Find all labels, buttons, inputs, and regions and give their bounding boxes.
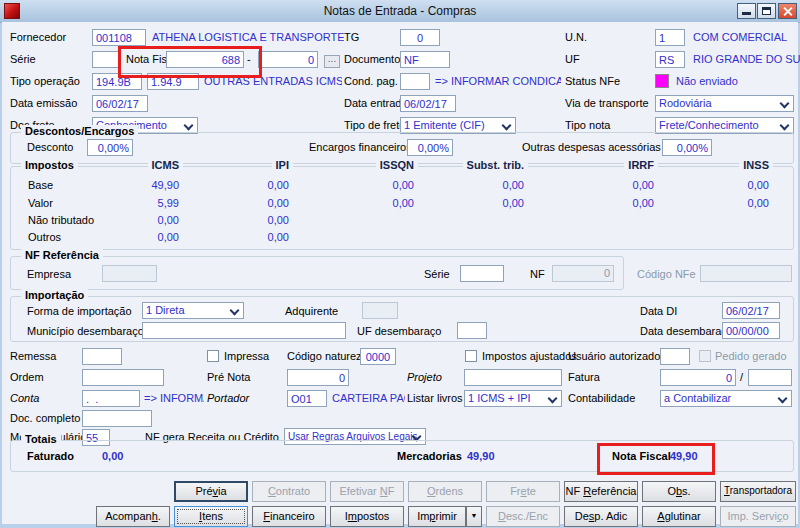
cond-pag-hint: => INFORMAR CONDICAO DE PA: [435, 75, 561, 87]
nf-referencia-button[interactable]: NF Referência: [564, 481, 638, 502]
tipo-frete-label: Tipo de frete: [344, 119, 405, 131]
ordens-button: Ordens: [408, 481, 482, 502]
tg-input[interactable]: [400, 29, 440, 46]
data-desembaraco-label: Data desembaraço: [640, 325, 733, 337]
impostos-row-valor: Valor 5,99 0,00 0,00 0,00 0,00 0,00: [11, 197, 793, 213]
data-desembaraco-input[interactable]: [722, 322, 780, 339]
chevron-down-icon: [230, 306, 240, 316]
uf-desembaraco-input[interactable]: [457, 322, 487, 339]
outras-despesas-input[interactable]: [662, 139, 712, 156]
projeto-label: Projeto: [407, 371, 442, 383]
status-nfe-value: Não enviado: [676, 75, 738, 87]
data-emissao-input[interactable]: [92, 95, 148, 112]
total-nota-fiscal-value: 49,90: [670, 450, 698, 462]
serie-input[interactable]: [92, 51, 120, 68]
desp-adic-button[interactable]: Desp. Adic: [564, 506, 638, 527]
adquirente-field: [362, 302, 398, 319]
portador-desc: CARTEIRA PAGAMI: [332, 392, 405, 404]
impressa-checkbox[interactable]: [207, 350, 219, 362]
fornecedor-input[interactable]: [92, 29, 146, 46]
codigo-natureza-input[interactable]: [360, 348, 396, 365]
title-bar: Notas de Entrada - Compras: [0, 0, 800, 23]
ordem-input[interactable]: [82, 369, 164, 386]
financeiro-button[interactable]: Financeiro: [252, 506, 326, 527]
minimize-button[interactable]: [737, 3, 756, 19]
contabilidade-select[interactable]: a Contabilizar: [660, 390, 792, 407]
imprimir-button[interactable]: Imprimir: [408, 506, 466, 527]
desconto-input[interactable]: [87, 139, 133, 156]
adquirente-label: Adquirente: [285, 305, 338, 317]
tipo-operacao-label: Tipo operação: [10, 75, 80, 87]
contrato-button: Contrato: [252, 481, 326, 502]
impostos-row-base: Base 49,90 0,00 0,00 0,00 0,00 0,00: [11, 179, 793, 195]
nfref-serie-input[interactable]: [460, 265, 504, 282]
municipio-desembaraco-input[interactable]: [142, 322, 346, 339]
codigo-natureza-label: Código natureza: [287, 350, 368, 362]
documento-input[interactable]: [400, 51, 450, 68]
impostos-row-outros: Outros 0,00 0,00: [11, 231, 793, 247]
transportadora-button[interactable]: Transportadora: [720, 481, 796, 502]
cond-pag-input[interactable]: [400, 73, 430, 90]
ordem-label: Ordem: [10, 371, 44, 383]
data-entrada-input[interactable]: [400, 95, 456, 112]
tipo-operacao-cfop-input[interactable]: [147, 73, 199, 90]
nota-fiscal-sub-input[interactable]: [258, 51, 318, 68]
mercadorias-label: Mercadorias: [397, 450, 462, 462]
chevron-down-icon: [548, 394, 558, 404]
nfref-empresa-label: Empresa: [27, 268, 71, 280]
imprimir-dropdown-button[interactable]: ▼: [466, 506, 482, 527]
obs-button[interactable]: Obs.: [642, 481, 716, 502]
uf-input[interactable]: [655, 51, 685, 68]
faturado-label: Faturado: [27, 450, 74, 462]
impostos-ajustados-label: Impostos ajustados: [482, 350, 577, 362]
remessa-input[interactable]: [82, 348, 122, 365]
conta-label: Conta: [10, 392, 39, 404]
uf-desembaraco-label: UF desembaraço: [357, 325, 441, 337]
impostos-button[interactable]: Impostos: [330, 506, 404, 527]
impostos-ajustados-checkbox[interactable]: [465, 350, 477, 362]
impostos-col-inss: INSS: [739, 159, 773, 171]
chevron-down-icon: [184, 121, 194, 131]
close-button[interactable]: [778, 3, 797, 19]
fatura-sub-input[interactable]: [748, 369, 792, 386]
remessa-label: Remessa: [10, 350, 56, 362]
cond-pag-label: Cond. pag.: [344, 75, 398, 87]
usuario-autorizado-label: Usuário autorizado: [568, 350, 660, 362]
fornecedor-name: ATHENA LOGISTICA E TRANSPORTES LTDA: [152, 31, 344, 43]
impostos-row-nao-tributado: Não tributado 0,00 0,00: [11, 214, 793, 230]
nota-fiscal-input[interactable]: [166, 51, 244, 68]
pre-nota-input[interactable]: [287, 369, 349, 386]
previa-button[interactable]: Prévia: [174, 481, 248, 502]
forma-importacao-select[interactable]: 1 Direta: [142, 302, 244, 319]
acompanh-button[interactable]: Acompanh.: [96, 506, 170, 527]
conta-input[interactable]: [82, 390, 140, 407]
via-transporte-select[interactable]: Rodoviária: [655, 95, 794, 112]
aglutinar-button[interactable]: Aglutinar: [642, 506, 716, 527]
maximize-button[interactable]: [757, 3, 776, 19]
doc-completo-label: Doc. completo: [10, 412, 80, 424]
projeto-input[interactable]: [464, 369, 562, 386]
listar-livros-select[interactable]: 1 ICMS + IPI: [464, 390, 562, 407]
fatura-input[interactable]: [660, 369, 736, 386]
tipo-operacao-input[interactable]: [92, 73, 142, 90]
data-di-input[interactable]: [722, 302, 780, 319]
usuario-autorizado-input[interactable]: [660, 348, 690, 365]
form-body: Fornecedor ATHENA LOGISTICA E TRANSPORTE…: [2, 22, 798, 524]
nota-fiscal-more-button[interactable]: ...: [324, 55, 340, 68]
data-emissao-label: Data emissão: [10, 97, 77, 109]
conta-hint: => INFORMAR: [144, 392, 204, 404]
impostos-col-irrf: IRRF: [624, 159, 658, 171]
impostos-col-subst: Subst. trib.: [463, 159, 528, 171]
nfref-empresa-field: [102, 265, 157, 282]
un-input[interactable]: [655, 29, 685, 46]
nfref-serie-label: Série: [424, 268, 450, 280]
data-di-label: Data DI: [640, 305, 677, 317]
portador-input[interactable]: [287, 390, 327, 407]
doc-completo-input[interactable]: [82, 410, 152, 427]
pedido-gerado-checkbox: [699, 350, 711, 362]
itens-button[interactable]: Itens: [174, 506, 248, 527]
impostos-title: Impostos: [21, 159, 78, 171]
encargos-input[interactable]: [407, 139, 453, 156]
tipo-operacao-desc: OUTRAS ENTRADAS ICMS E IPI DEST: [204, 75, 342, 87]
nfref-nf-label: NF: [530, 268, 545, 280]
